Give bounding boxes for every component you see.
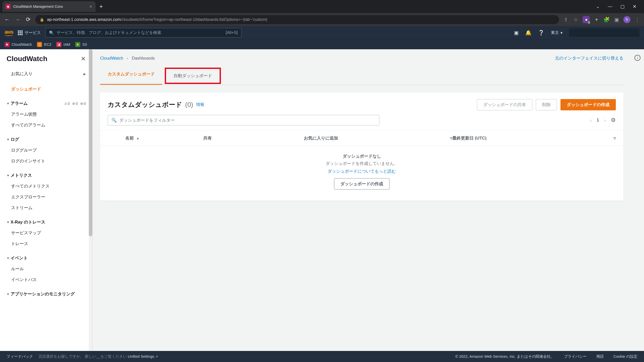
nav-all-alarms[interactable]: すべてのアラーム (0, 120, 92, 130)
create-dashboard-button[interactable]: ダッシュボードの作成 (560, 99, 616, 110)
unified-settings-link[interactable]: Unified Settings (128, 354, 158, 358)
nav-group-alarms[interactable]: ▼アラーム ⚠0⊘0⊖0 (0, 98, 92, 109)
extension-icon[interactable]: ✦ (593, 16, 600, 23)
cloudwatch-icon: ◉ (5, 42, 10, 47)
nav-logs-insights[interactable]: ログのインサイト (0, 156, 92, 166)
menu-icon[interactable]: ⋮ (634, 16, 640, 23)
share-icon[interactable]: ⇪ (562, 16, 569, 23)
iam-icon: ◪ (56, 42, 61, 47)
profile-avatar[interactable]: h (623, 16, 630, 23)
aws-logo[interactable]: aws (5, 29, 13, 36)
sidebar-scrollbar[interactable] (89, 49, 92, 351)
bookmark-star-icon[interactable]: ☆ (573, 16, 579, 23)
nav-traces[interactable]: トレース (0, 238, 92, 249)
forward-button[interactable]: → (14, 16, 21, 23)
panel-title: カスタムダッシュボード (108, 100, 182, 109)
caret-icon: ▼ (7, 102, 10, 105)
address-bar[interactable]: 🔒 ap-northeast-1.console.aws.amazon.com/… (35, 15, 559, 24)
nav-all-metrics[interactable]: すべてのメトリクス (0, 181, 92, 192)
search-placeholder: サービス、特徴、ブログ、およびドキュメントなどを検索 (57, 30, 161, 35)
sidebar-nav[interactable]: お気に入り▸ ダッシュボード ▼アラーム ⚠0⊘0⊖0 アラーム状態 すべてのア… (0, 68, 92, 351)
browser-chrome: ◉ CloudWatch Management Cons × + ⌄ — ▢ ✕… (0, 0, 644, 26)
empty-learn-more-link[interactable]: ダッシュボードについてもっと読む (100, 168, 623, 174)
nav-log-groups[interactable]: ロググループ (0, 145, 92, 156)
lock-icon: 🔒 (40, 18, 44, 22)
maximize-icon[interactable]: ▢ (620, 4, 625, 9)
bookmark-s3[interactable]: ◍S3 (75, 42, 87, 47)
scrollbar-thumb[interactable] (89, 49, 92, 236)
empty-create-button[interactable]: ダッシュボードの作成 (334, 178, 389, 190)
cookie-link[interactable]: Cookie の設定 (613, 354, 637, 359)
bookmark-ec2[interactable]: ◫EC2 (37, 42, 51, 47)
nav-dashboards[interactable]: ダッシュボード (0, 84, 92, 95)
nav-streams[interactable]: ストリーム (0, 202, 92, 213)
nav-group-app-monitoring[interactable]: ▼アプリケーションのモニタリング (0, 289, 92, 299)
share-dashboard-button[interactable]: ダッシュボードの共有 (477, 99, 532, 110)
nav-group-metrics[interactable]: ▼メトリクス (0, 170, 92, 181)
switch-interface-link[interactable]: 元のインターフェイスに切り替える (555, 55, 623, 61)
nav-event-bus[interactable]: イベントバス (0, 274, 92, 285)
close-tab-icon[interactable]: × (89, 4, 92, 9)
aws-header: aws サービス 🔍 サービス、特徴、ブログ、およびドキュメントなどを検索 [A… (0, 26, 644, 39)
next-page-icon[interactable]: › (604, 117, 606, 123)
info-link[interactable]: 情報 (196, 102, 204, 107)
sidebar: CloudWatch ✕ お気に入り▸ ダッシュボード ▼アラーム ⚠0⊘0⊖0… (0, 49, 93, 351)
nav-group-xray[interactable]: ▼X-Ray のトレース (0, 217, 92, 228)
nav-group-logs[interactable]: ▼ログ (0, 134, 92, 145)
url-bar: ← → ⟳ 🔒 ap-northeast-1.console.aws.amazo… (0, 13, 644, 26)
filter-input[interactable]: 🔍 ダッシュボードをフィルター (108, 115, 379, 125)
window-controls: ⌄ — ▢ ✕ (596, 4, 641, 9)
settings-gear-icon[interactable]: ⚙ (611, 117, 616, 123)
bookmark-iam[interactable]: ◪IAM (56, 42, 70, 47)
url-path: /cloudwatch/home?region=ap-northeast-1#d… (121, 17, 267, 22)
cloudshell-icon[interactable]: ▣ (514, 30, 519, 36)
browser-tab[interactable]: ◉ CloudWatch Management Cons × (3, 1, 96, 12)
back-button[interactable]: ← (4, 16, 11, 23)
minimize-icon[interactable]: — (608, 4, 612, 9)
caret-icon: ▼ (7, 174, 10, 177)
privacy-link[interactable]: プライバシー (564, 354, 587, 359)
th-share[interactable]: 共有 (203, 135, 304, 141)
th-date[interactable]: 最終更新日 (UTC)▽ (452, 135, 616, 141)
feedback-link[interactable]: フィードバック (7, 354, 33, 359)
empty-title: ダッシュボードなし (100, 153, 623, 159)
account-menu[interactable] (569, 28, 639, 37)
close-sidebar-icon[interactable]: ✕ (81, 55, 86, 62)
nav-service-map[interactable]: サービスマップ (0, 228, 92, 238)
notifications-icon[interactable]: 🔔 (525, 30, 532, 36)
nav-rules[interactable]: ルール (0, 263, 92, 274)
panel-icon[interactable]: ▣ (613, 16, 620, 23)
tab-auto-dashboard[interactable]: 自動ダッシュボード (165, 68, 221, 84)
sort-icon: ▽ (614, 137, 616, 140)
info-icon[interactable]: i (634, 55, 640, 61)
nav-explorer[interactable]: エクスプローラー (0, 192, 92, 202)
th-fav[interactable]: お気に入りに追加▽ (304, 135, 452, 141)
extension-badge[interactable]: ◆8 (583, 16, 590, 23)
prev-page-icon[interactable]: ‹ (590, 117, 592, 123)
chevron-down-icon[interactable]: ⌄ (596, 4, 600, 9)
delete-dashboard-button[interactable]: 削除 (536, 99, 557, 110)
bookmark-cloudwatch[interactable]: ◉CloudWatch (5, 42, 32, 47)
new-tab-button[interactable]: + (98, 3, 105, 10)
th-name[interactable]: 名前▲ (125, 135, 203, 141)
grid-icon (18, 30, 23, 35)
tab-custom-dashboard[interactable]: カスタムダッシュボード (100, 67, 162, 85)
help-icon[interactable]: ❔ (538, 30, 544, 36)
dashboards-panel: カスタムダッシュボード (0) 情報 ダッシュボードの共有 削除 ダッシュボード… (100, 93, 623, 201)
extensions-icon[interactable]: 🧩 (603, 16, 610, 23)
nav-favorites[interactable]: お気に入り▸ (0, 68, 92, 79)
tab-bar: ◉ CloudWatch Management Cons × + ⌄ — ▢ ✕ (0, 0, 644, 13)
breadcrumb-root[interactable]: CloudWatch (100, 56, 123, 61)
terms-link[interactable]: 用語 (596, 354, 604, 359)
nav-alarm-state[interactable]: アラーム状態 (0, 109, 92, 120)
region-selector[interactable]: 東京 ▾ (551, 30, 562, 35)
header-right: ▣ 🔔 ❔ 東京 ▾ (514, 28, 639, 37)
caret-icon: ▼ (7, 138, 10, 141)
aws-search[interactable]: 🔍 サービス、特徴、ブログ、およびドキュメントなどを検索 [Alt+S] (45, 28, 242, 37)
caret-icon: ▼ (7, 220, 10, 224)
services-menu[interactable]: サービス (18, 30, 41, 35)
reload-button[interactable]: ⟳ (25, 16, 32, 23)
panel-count: (0) (185, 101, 193, 109)
close-window-icon[interactable]: ✕ (633, 4, 636, 9)
nav-group-events[interactable]: ▼イベント (0, 253, 92, 263)
